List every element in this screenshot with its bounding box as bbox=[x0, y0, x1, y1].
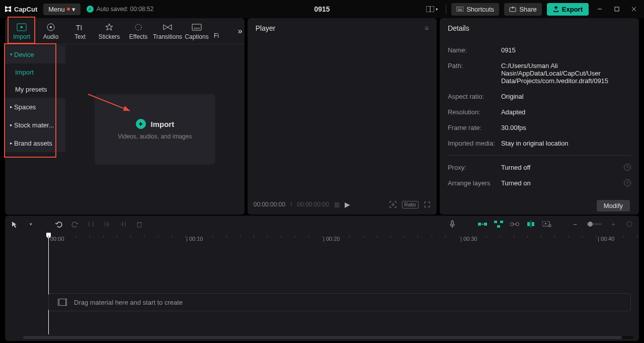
zoom-in-icon[interactable]: + bbox=[609, 220, 618, 229]
export-icon bbox=[553, 6, 559, 12]
redo-button[interactable] bbox=[70, 220, 79, 229]
delete-tool[interactable] bbox=[135, 220, 144, 229]
sidebar-brand[interactable]: ▸Brand assets bbox=[5, 134, 65, 152]
tab-import[interactable]: Import bbox=[7, 22, 36, 40]
tab-effects[interactable]: Effects bbox=[124, 22, 153, 40]
timeline: 00:00 | 00:10 | 00:20 | 00:30 | 00:40 Dr… bbox=[5, 233, 639, 341]
sidebar-stock[interactable]: ▸Stock mater... bbox=[5, 116, 65, 134]
trim-left-tool[interactable] bbox=[103, 220, 112, 229]
detail-value-imported: Stay in original location bbox=[501, 140, 631, 147]
details-title: Details bbox=[448, 24, 469, 32]
snap-icon[interactable] bbox=[526, 220, 535, 229]
help-icon[interactable]: ? bbox=[624, 164, 631, 171]
help-icon[interactable]: ? bbox=[624, 179, 631, 186]
sidebar-spaces[interactable]: ▸Spaces bbox=[5, 98, 65, 116]
play-button[interactable]: ▶ bbox=[345, 200, 350, 209]
playhead[interactable] bbox=[48, 234, 49, 334]
mic-icon[interactable] bbox=[448, 220, 457, 229]
ruler-minor-tick bbox=[390, 236, 391, 238]
sidebar-presets[interactable]: My presets bbox=[5, 81, 65, 98]
magnet-main-icon[interactable] bbox=[478, 220, 487, 229]
compare-icon[interactable]: ▥ bbox=[334, 201, 340, 208]
ruler-minor-tick bbox=[609, 236, 610, 238]
share-button[interactable]: Share bbox=[504, 3, 542, 16]
ruler-minor-tick bbox=[554, 236, 555, 238]
cursor-tool[interactable] bbox=[10, 220, 19, 229]
ratio-button[interactable]: Ratio bbox=[402, 201, 419, 209]
export-button[interactable]: Export bbox=[547, 3, 589, 16]
ruler-minor-tick bbox=[418, 236, 418, 238]
tab-label: Audio bbox=[43, 33, 59, 40]
ruler-minor-tick bbox=[144, 236, 144, 238]
chevron-down-icon: ▾ bbox=[436, 7, 438, 12]
tab-audio[interactable]: Audio bbox=[36, 22, 65, 40]
detail-label-proxy: Proxy: bbox=[448, 164, 501, 171]
hamburger-icon[interactable]: ≡ bbox=[425, 24, 429, 32]
chevron-down-icon[interactable]: ▾ bbox=[26, 220, 35, 229]
tab-transitions[interactable]: Transitions bbox=[153, 22, 182, 40]
sidebar-device[interactable]: ▾Device bbox=[5, 45, 65, 63]
ruler-minor-tick bbox=[514, 236, 514, 238]
tab-stickers[interactable]: Stickers bbox=[95, 22, 124, 40]
player-controls: 00:00:00:00 / 00:00:00:00 ▥ ▶ Ratio bbox=[248, 194, 437, 215]
caret-right-icon: ▸ bbox=[10, 122, 13, 127]
detail-label-aspect: Aspect ratio: bbox=[448, 93, 501, 100]
zoom-slider[interactable] bbox=[587, 223, 602, 225]
tab-filters[interactable]: Fi bbox=[211, 23, 221, 39]
detail-value-framerate: 30.00fps bbox=[501, 124, 631, 131]
tab-text[interactable]: TI Text bbox=[65, 22, 95, 40]
player-panel: Player ≡ 00:00:00:00 / 00:00:00:00 ▥ ▶ R… bbox=[248, 18, 437, 215]
capcut-icon bbox=[4, 5, 12, 13]
ruler-minor-tick bbox=[363, 236, 364, 238]
ruler-minor-tick bbox=[432, 236, 432, 238]
detail-value-aspect: Original bbox=[501, 93, 631, 100]
layout-button[interactable]: ▾ bbox=[423, 5, 441, 13]
tab-label: Transitions bbox=[153, 33, 182, 40]
menu-button[interactable]: Menu ▾ bbox=[43, 4, 80, 15]
media-sidebar: ▾Device Import My presets ▸Spaces ▸Stock… bbox=[5, 44, 65, 215]
transitions-icon bbox=[163, 22, 173, 32]
ruler-minor-tick bbox=[199, 236, 199, 238]
tab-captions[interactable]: Captions bbox=[182, 22, 211, 40]
ruler-minor-tick bbox=[103, 236, 104, 238]
scrollbar-thumb[interactable] bbox=[23, 336, 622, 339]
ruler-minor-tick bbox=[226, 236, 227, 238]
ruler-minor-tick bbox=[254, 236, 254, 238]
time-ruler[interactable]: 00:00 | 00:10 | 00:20 | 00:30 | 00:40 bbox=[5, 233, 639, 245]
minimize-button[interactable] bbox=[594, 3, 606, 15]
text-icon: TI bbox=[75, 22, 85, 32]
timeline-scrollbar[interactable] bbox=[23, 336, 634, 339]
timeline-dropzone[interactable]: Drag material here and start to create bbox=[48, 293, 631, 311]
split-tool[interactable] bbox=[87, 220, 96, 229]
magnet-track-icon[interactable] bbox=[494, 220, 503, 229]
maximize-button[interactable] bbox=[611, 3, 623, 15]
app-name: CapCut bbox=[14, 6, 37, 13]
preview-icon[interactable] bbox=[542, 220, 551, 229]
project-title: 0915 bbox=[314, 5, 330, 13]
svg-rect-2 bbox=[456, 7, 463, 12]
link-icon[interactable] bbox=[510, 220, 519, 229]
fullscreen-icon[interactable] bbox=[424, 201, 431, 208]
ruler-minor-tick bbox=[295, 236, 295, 238]
ruler-minor-tick bbox=[267, 236, 268, 238]
ruler-minor-tick bbox=[377, 236, 377, 238]
caret-right-icon: ▸ bbox=[10, 141, 13, 146]
close-button[interactable] bbox=[628, 3, 640, 15]
tabs-scroll-next[interactable]: » bbox=[238, 27, 243, 36]
shortcuts-button[interactable]: Shortcuts bbox=[451, 3, 499, 16]
zoom-out-icon[interactable]: − bbox=[571, 220, 580, 229]
focus-icon[interactable] bbox=[389, 200, 397, 209]
sidebar-import[interactable]: Import bbox=[5, 63, 65, 81]
detail-label-imported: Imported media: bbox=[448, 140, 501, 147]
tab-label: Stickers bbox=[99, 33, 120, 40]
chevron-down-icon: ▾ bbox=[72, 6, 75, 13]
undo-button[interactable] bbox=[54, 220, 63, 229]
svg-rect-32 bbox=[484, 223, 487, 226]
zoom-fit-icon[interactable] bbox=[625, 220, 634, 229]
modify-button[interactable]: Modify bbox=[597, 200, 630, 212]
trim-right-tool[interactable] bbox=[119, 220, 128, 229]
timeline-hint: Drag material here and start to create bbox=[74, 299, 183, 306]
ruler-minor-tick bbox=[158, 236, 158, 238]
ruler-tick: | 00:30 bbox=[460, 236, 477, 242]
ruler-minor-tick bbox=[240, 236, 240, 238]
